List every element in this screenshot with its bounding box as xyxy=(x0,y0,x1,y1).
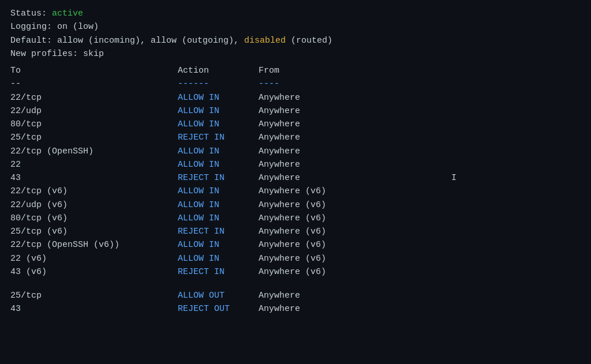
table-row: 22/tcp ALLOW IN Anywhere xyxy=(10,91,581,104)
blank-row xyxy=(10,279,581,289)
logging-line: Logging: on (low) xyxy=(10,20,581,33)
table-row: 43 REJECT IN Anywhere I xyxy=(10,171,581,185)
table-header: To Action From xyxy=(10,64,581,77)
status-label: Status: xyxy=(10,9,47,18)
table-row: 22 (v6) ALLOW IN Anywhere (v6) xyxy=(10,252,581,265)
default-prefix: Default: allow (incoming), allow (outgoi… xyxy=(10,36,244,46)
col-header-action: Action xyxy=(178,64,259,77)
default-suffix: (routed) xyxy=(286,36,332,46)
status-line: Status: active xyxy=(10,7,581,20)
table-row: 25/tcp REJECT IN Anywhere xyxy=(10,131,581,144)
divider-to: -- xyxy=(10,77,178,91)
table-row: 22/tcp (v6) ALLOW IN Anywhere (v6) xyxy=(10,185,581,198)
text-cursor: I xyxy=(451,171,457,185)
table-row: 43 REJECT OUT Anywhere xyxy=(10,302,581,316)
table-row: 22/tcp (OpenSSH (v6)) ALLOW IN Anywhere … xyxy=(10,238,581,252)
default-line: Default: allow (incoming), allow (outgoi… xyxy=(10,34,581,47)
profiles-line: New profiles: skip xyxy=(10,47,581,61)
table-row: 25/tcp (v6) REJECT IN Anywhere (v6) xyxy=(10,225,581,238)
disabled-label: disabled xyxy=(244,36,286,46)
table-row: 22 ALLOW IN Anywhere xyxy=(10,158,581,171)
table-row: 43 (v6) REJECT IN Anywhere (v6) xyxy=(10,265,581,279)
table-row: 80/tcp ALLOW IN Anywhere xyxy=(10,118,581,131)
table-row: 22/udp ALLOW IN Anywhere xyxy=(10,104,581,118)
table-divider: -- ------ ---- xyxy=(10,77,581,91)
divider-action: ------ xyxy=(178,77,259,91)
table-row: 80/tcp (v6) ALLOW IN Anywhere (v6) xyxy=(10,212,581,225)
col-header-to: To xyxy=(10,64,178,77)
table-row: 22/udp (v6) ALLOW IN Anywhere (v6) xyxy=(10,198,581,212)
firewall-table: To Action From -- ------ ---- 22/tcp ALL… xyxy=(10,64,581,316)
table-row: 22/tcp (OpenSSH) ALLOW IN Anywhere xyxy=(10,145,581,158)
table-row: 25/tcp ALLOW OUT Anywhere xyxy=(10,289,581,302)
status-value: active xyxy=(52,9,83,18)
divider-from: ---- xyxy=(259,77,581,91)
col-header-from: From xyxy=(259,64,581,77)
